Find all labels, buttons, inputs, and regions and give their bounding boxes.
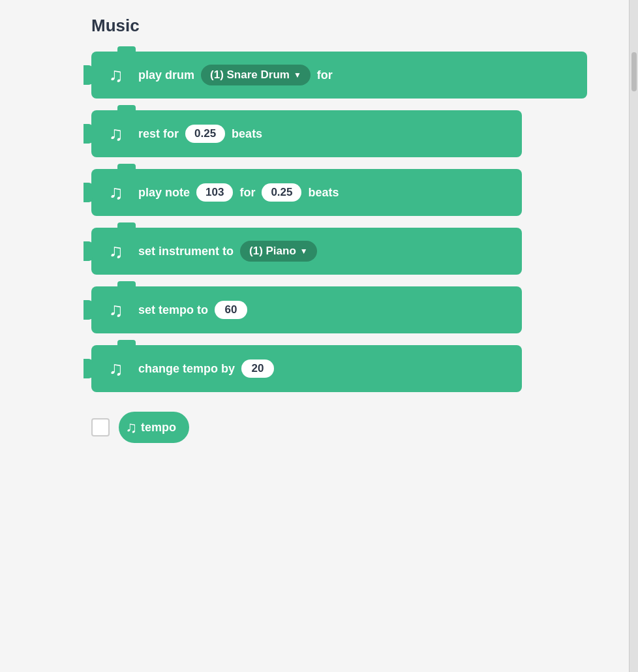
play-note-text: play note 103 for 0.25 beats bbox=[138, 183, 339, 202]
tempo-change-input[interactable]: 20 bbox=[241, 359, 274, 378]
set-instrument-block[interactable]: ♫ set instrument to (1) Piano ▼ bbox=[91, 228, 522, 275]
music-note-icon-3: ♫ bbox=[109, 181, 121, 204]
set-tempo-text: set tempo to 60 bbox=[138, 301, 247, 319]
beats-label-1: beats bbox=[232, 127, 262, 141]
beats-label-2: beats bbox=[308, 186, 339, 200]
block-icon-5: ♫ bbox=[91, 286, 138, 333]
page-title: Music bbox=[91, 16, 616, 36]
play-drum-label: play drum bbox=[138, 69, 194, 82]
set-instrument-label: set instrument to bbox=[138, 245, 234, 258]
music-note-icon-4: ♫ bbox=[109, 240, 121, 262]
block-icon-6: ♫ bbox=[91, 345, 138, 392]
tempo-checkbox[interactable] bbox=[91, 418, 110, 436]
play-note-block[interactable]: ♫ play note 103 for 0.25 beats bbox=[91, 169, 522, 216]
set-tempo-label: set tempo to bbox=[138, 303, 208, 317]
for-label-2: for bbox=[239, 186, 255, 200]
instrument-dropdown-value: (1) Piano bbox=[249, 245, 296, 258]
instrument-dropdown[interactable]: (1) Piano ▼ bbox=[240, 241, 317, 262]
tempo-oval-icon: ♫ bbox=[125, 418, 134, 436]
rest-for-label: rest for bbox=[138, 127, 179, 141]
block-icon-1: ♫ bbox=[91, 52, 138, 99]
instrument-arrow-icon: ▼ bbox=[300, 247, 308, 256]
scrollbar[interactable] bbox=[629, 0, 638, 672]
bottom-row: ♫ tempo bbox=[91, 412, 616, 443]
block-icon-2: ♫ bbox=[91, 110, 138, 157]
play-drum-block[interactable]: ♫ play drum (1) Snare Drum ▼ for bbox=[91, 52, 587, 99]
for-label: for bbox=[317, 69, 333, 82]
music-note-icon-2: ♫ bbox=[109, 123, 121, 145]
dropdown-arrow-icon: ▼ bbox=[294, 70, 301, 80]
music-note-icon-5: ♫ bbox=[109, 299, 121, 321]
change-tempo-text: change tempo by 20 bbox=[138, 359, 274, 378]
tempo-value-input[interactable]: 60 bbox=[215, 301, 247, 319]
note-beats-input[interactable]: 0.25 bbox=[262, 183, 301, 202]
block-icon-3: ♫ bbox=[91, 169, 138, 216]
set-instrument-text: set instrument to (1) Piano ▼ bbox=[138, 241, 317, 262]
note-number-input[interactable]: 103 bbox=[196, 183, 233, 202]
rest-for-text: rest for 0.25 beats bbox=[138, 125, 262, 143]
change-tempo-label: change tempo by bbox=[138, 362, 235, 376]
music-note-icon-6: ♫ bbox=[109, 358, 121, 380]
change-tempo-block[interactable]: ♫ change tempo by 20 bbox=[91, 345, 522, 392]
play-drum-text: play drum (1) Snare Drum ▼ for bbox=[138, 65, 333, 85]
tempo-oval-label: tempo bbox=[141, 421, 176, 435]
music-note-icon-1: ♫ bbox=[109, 64, 121, 86]
rest-beats-input[interactable]: 0.25 bbox=[185, 125, 225, 143]
scrollbar-thumb[interactable] bbox=[631, 52, 637, 91]
page-container: Music ♫ play drum (1) Snare Drum ▼ for bbox=[0, 0, 638, 672]
drum-dropdown[interactable]: (1) Snare Drum ▼ bbox=[201, 65, 311, 85]
drum-dropdown-value: (1) Snare Drum bbox=[210, 69, 290, 82]
play-note-label: play note bbox=[138, 186, 190, 200]
blocks-list: ♫ play drum (1) Snare Drum ▼ for ♫ res bbox=[91, 52, 616, 392]
rest-for-block[interactable]: ♫ rest for 0.25 beats bbox=[91, 110, 522, 157]
tempo-oval[interactable]: ♫ tempo bbox=[119, 412, 189, 443]
block-icon-4: ♫ bbox=[91, 228, 138, 275]
main-content: Music ♫ play drum (1) Snare Drum ▼ for bbox=[0, 0, 629, 672]
set-tempo-block[interactable]: ♫ set tempo to 60 bbox=[91, 286, 522, 333]
